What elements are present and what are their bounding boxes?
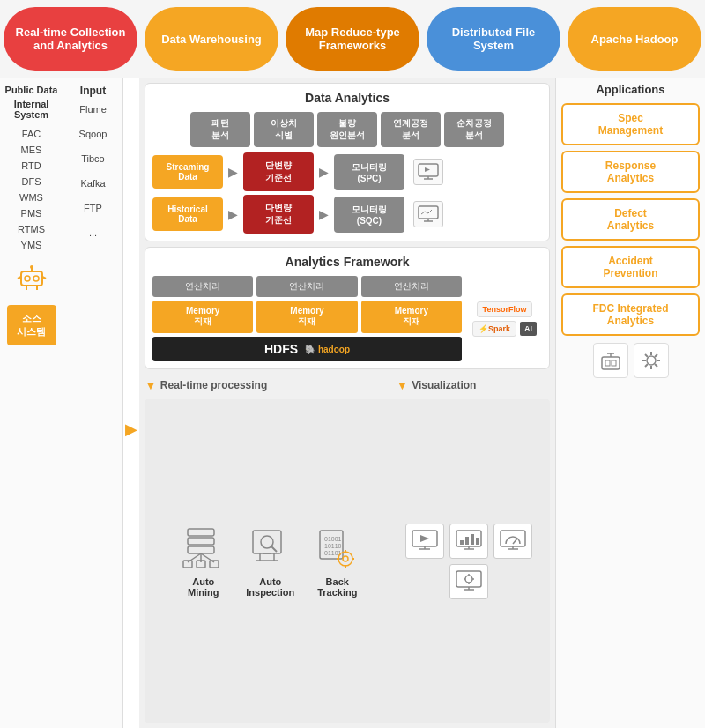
- app-icons-row: [561, 343, 700, 378]
- app-icon-machine: [593, 343, 628, 378]
- rt-header-area: ▼ Real-time processing: [145, 375, 390, 396]
- svg-rect-51: [465, 537, 469, 545]
- vis-gauge-icon: [494, 524, 532, 559]
- screen-icon2: [413, 201, 443, 227]
- compute-box3: 연산처리: [361, 276, 462, 297]
- app-icon-settings: [634, 343, 669, 378]
- da-arrow3: ▶: [228, 207, 238, 221]
- input-more: ...: [89, 227, 97, 238]
- rt-icons-area: AutoMining: [152, 406, 390, 716]
- anomaly-detection-box: 이상치식별: [254, 112, 314, 147]
- da-row1: 패턴분석 이상치식별 불량원인분석 연계공정분석 순차공정분석: [152, 112, 542, 147]
- da-historical-row: HistoricalData ▶ 다변량기준선 ▶ 모니터링(SQC): [152, 195, 542, 234]
- svg-rect-53: [476, 538, 479, 545]
- tensorflow-badge: TensorFlow: [477, 301, 533, 317]
- svg-rect-28: [253, 531, 281, 553]
- svg-rect-68: [602, 357, 620, 369]
- svg-rect-21: [188, 546, 214, 553]
- header-pill-dfs: Distributed File System: [427, 7, 560, 71]
- auto-inspection-label: AutoInspection: [246, 576, 294, 598]
- af-title: Analytics Framework: [152, 255, 542, 269]
- back-tracking-label: BackTracking: [317, 576, 357, 598]
- svg-line-78: [645, 354, 648, 357]
- da-arrow2: ▶: [319, 165, 329, 179]
- svg-point-73: [647, 356, 656, 365]
- vis-icons-area: [395, 406, 543, 716]
- applications-title: Applications: [561, 83, 700, 96]
- svg-rect-60: [456, 571, 481, 587]
- back-tracking-item: 01001 10110 01101 BackTracking: [311, 524, 364, 598]
- rt-vis-headers: ▼ Real-time processing ▼ Visualization: [145, 375, 550, 396]
- historical-data-box: HistoricalData: [152, 197, 223, 231]
- input-sqoop: Sqoop: [79, 129, 108, 139]
- header-pill-hadoop: Apache Hadoop: [568, 7, 701, 71]
- header-pill-realtime: Real-time Collection and Analytics: [4, 7, 137, 71]
- svg-text:10110: 10110: [324, 543, 342, 549]
- rt-section-divider: ▼ Real-time processing: [145, 375, 390, 396]
- sequential-process-box: 순차공정분석: [444, 112, 504, 147]
- auto-mining-label: AutoMining: [188, 576, 219, 598]
- vis-play-icon: [405, 524, 444, 559]
- arrow-down-icon: ▼: [145, 378, 157, 392]
- defect-analytics-box: DefectAnalytics: [561, 198, 700, 241]
- center-content: Data Analytics 패턴분석 이상치식별 불량원인분석 연계공정분석 …: [139, 78, 555, 728]
- sidebar-item-dfs: DFS: [19, 175, 45, 189]
- svg-text:01001: 01001: [324, 536, 342, 542]
- defect-analysis-box: 불량원인분석: [317, 112, 377, 147]
- compute-box1: 연산처리: [152, 276, 253, 297]
- multivariate-box: 다변량기준선: [243, 195, 314, 234]
- analytics-framework-section: Analytics Framework 연산처리 연산처리 연산처리 Memor…: [145, 247, 550, 369]
- vis-header-area: ▼ Visualization: [396, 375, 550, 396]
- memory-box2: Memory직재: [256, 301, 357, 333]
- vis-gear-icon: [449, 564, 488, 599]
- svg-line-79: [655, 364, 657, 367]
- arrow-right-icon: ▶: [123, 130, 139, 728]
- header-pill-warehousing: Data Warehousing: [145, 7, 278, 71]
- svg-point-61: [465, 576, 472, 583]
- svg-line-17: [425, 212, 428, 213]
- svg-rect-70: [612, 360, 616, 366]
- da-streaming-row: StreamingData ▶ 단변량기준선 ▶ 모니터링(SPC): [152, 152, 542, 191]
- main-area: Public Data Internal System FAC MES RTD …: [0, 78, 705, 728]
- hdfs-label: HDFS: [264, 342, 298, 356]
- rt-title: Real-time processing: [160, 379, 267, 391]
- sidebar-item-rtms: RTMS: [14, 222, 48, 236]
- data-analytics-section: Data Analytics 패턴분석 이상치식별 불량원인분석 연계공정분석 …: [145, 83, 550, 241]
- svg-marker-12: [425, 167, 430, 172]
- right-applications: Applications SpecManagement ResponseAnal…: [555, 78, 705, 728]
- left-sidebar: Public Data Internal System FAC MES RTD …: [0, 78, 63, 728]
- svg-point-2: [33, 276, 39, 281]
- input-kafka: Kafka: [80, 178, 105, 189]
- data-analytics-title: Data Analytics: [152, 91, 542, 105]
- public-data-label: Public Data: [5, 85, 58, 95]
- internal-system-label: Internal System: [0, 99, 63, 120]
- svg-point-40: [343, 556, 348, 561]
- input-ftp: FTP: [84, 203, 102, 213]
- sidebar-item-pms: PMS: [18, 206, 46, 220]
- svg-rect-20: [188, 538, 214, 545]
- input-section: Input Flume Sqoop Tibco Kafka FTP ... ▶: [63, 78, 139, 728]
- svg-rect-13: [419, 206, 438, 219]
- hadoop-label: 🐘 hadoop: [305, 345, 350, 354]
- svg-line-80: [655, 354, 657, 357]
- robot-icon: [12, 257, 51, 296]
- compute-box2: 연산처리: [256, 276, 357, 297]
- source-system-button[interactable]: 소스시스템: [7, 305, 56, 345]
- svg-line-16: [421, 212, 425, 214]
- input-title: Input: [67, 85, 119, 97]
- da-arrow1: ▶: [228, 165, 238, 179]
- af-left: 연산처리 연산처리 연산처리 Memory직재 Memory직재 Memory직…: [152, 276, 462, 361]
- sidebar-item-fac: FAC: [19, 127, 44, 141]
- sidebar-item-rtd: RTD: [18, 159, 44, 173]
- sidebar-item-wms: WMS: [16, 190, 47, 204]
- vis-chart-icon: [449, 524, 488, 559]
- svg-point-4: [30, 265, 33, 269]
- memory-box1: Memory직재: [152, 301, 253, 333]
- input-flume: Flume: [79, 104, 107, 115]
- svg-rect-69: [605, 360, 610, 366]
- sidebar-item-mes: MES: [18, 143, 46, 157]
- svg-marker-46: [420, 535, 429, 542]
- monitoring-sqc-box: 모니터링(SQC): [334, 197, 404, 233]
- auto-inspection-item: AutoInspection: [244, 524, 297, 598]
- input-column: Input Flume Sqoop Tibco Kafka FTP ...: [63, 78, 123, 728]
